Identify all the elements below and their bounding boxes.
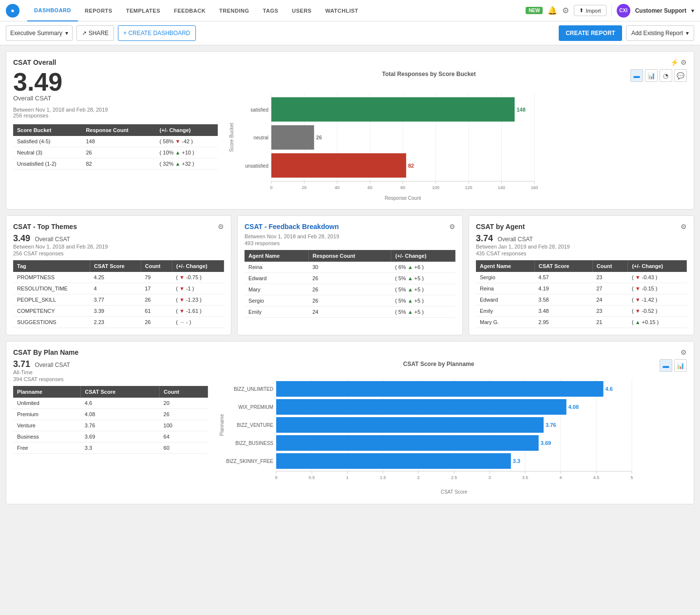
svg-text:148: 148: [517, 107, 526, 113]
share-button[interactable]: ↗ SHARE: [76, 25, 114, 41]
agent-overall-label: Overall CSAT: [497, 236, 532, 243]
csat-overall-header: CSAT Overall ⚡ ⚙: [13, 58, 687, 69]
feedback-table: Agent Name Response Count (+/- Change) R…: [245, 250, 455, 318]
svg-text:Score Bucket: Score Bucket: [229, 123, 234, 152]
themes-overall-val: 3.49: [13, 233, 30, 243]
agent-col-name: Agent Name: [476, 260, 534, 272]
csat-feedback-title[interactable]: CSAT - Feedback Breakdown: [245, 223, 339, 231]
nav-trending[interactable]: TRENDING: [212, 0, 256, 21]
pie-chart-icon[interactable]: ◔: [660, 69, 672, 82]
bell-icon[interactable]: 🔔: [548, 6, 557, 15]
plan-bar-icon[interactable]: ▬: [660, 359, 672, 372]
themes-responses: 256 CSAT responses: [13, 250, 224, 256]
agent-overall-val: 3.74: [476, 233, 493, 243]
csat-agent-header: CSAT by Agent ⚙: [476, 223, 687, 233]
themes-col-change: (+/- Change): [172, 260, 224, 272]
nav-feedback[interactable]: FEEDBACK: [167, 0, 212, 21]
nav-reports[interactable]: REPORTS: [78, 0, 119, 21]
bucket-cell: Neutral (3): [13, 147, 82, 158]
nav-dashboard[interactable]: DASHBOARD: [27, 0, 78, 21]
add-existing-button[interactable]: Add Existing Report ▾: [626, 25, 694, 41]
svg-text:BIZZ_SKINNY_FREE: BIZZ_SKINNY_FREE: [226, 459, 273, 464]
count-cell: 82: [82, 158, 155, 170]
csat-plan-title: CSAT By Plan Name: [13, 348, 78, 356]
table-row: SUGGESTIONS2.2326( → - ): [13, 317, 224, 328]
svg-text:satisfied: satisfied: [250, 107, 268, 113]
count-cell: 148: [82, 136, 155, 147]
svg-text:60: 60: [367, 185, 372, 190]
csat-feedback-header: CSAT - Feedback Breakdown ⚙: [245, 223, 455, 233]
col-change: (+/- Change): [156, 124, 218, 136]
svg-text:3.3: 3.3: [513, 458, 520, 464]
csat-overall-chart: Total Responses by Score Bucket ▬ 📊 ◔ 💬 …: [218, 69, 687, 202]
plan-col-score: CSAT Score: [81, 386, 160, 398]
add-existing-label: Add Existing Report: [631, 30, 683, 37]
svg-text:3.69: 3.69: [541, 440, 551, 446]
settings-icon[interactable]: ⚙: [681, 58, 687, 66]
nav-tags[interactable]: TAGS: [256, 0, 285, 21]
svg-text:0: 0: [270, 185, 272, 190]
table-row: PEOPLE_SKILL3.7726( ▼ -1.23 ): [13, 294, 224, 306]
agent-table: Agent Name CSAT Score Count (+/- Change)…: [476, 260, 687, 328]
plan-col-icon[interactable]: 📊: [674, 359, 687, 372]
svg-text:26: 26: [316, 135, 322, 140]
svg-text:82: 82: [408, 163, 414, 169]
svg-rect-82: [276, 417, 544, 433]
table-row: COMPETENCY3.3961( ▼ -1.61 ): [13, 306, 224, 317]
svg-rect-88: [276, 453, 511, 469]
plan-col-count: Count: [160, 386, 208, 398]
create-report-button[interactable]: CREATE REPORT: [559, 25, 622, 41]
csat-agent-title: CSAT by Agent: [476, 223, 525, 231]
svg-text:80: 80: [400, 185, 405, 190]
import-label: Import: [586, 8, 601, 14]
table-row: PROMPTNESS4.2579( ▼ -0.75 ): [13, 272, 224, 283]
nav-users[interactable]: USERS: [285, 0, 318, 21]
username[interactable]: Customer Support: [635, 7, 686, 14]
table-row: Neutral (3)26( 10% ▲ +10 ): [13, 147, 218, 158]
share-icon: ↗: [82, 30, 87, 37]
agent-settings-icon[interactable]: ⚙: [681, 223, 687, 231]
csat-overall-left: 3.49 Overall CSAT Between Nov 1, 2018 an…: [13, 69, 218, 202]
filter-icon[interactable]: ⚡: [670, 58, 679, 66]
csat-plan-body: 3.71 Overall CSAT All-Time 394 CSAT resp…: [13, 359, 687, 497]
bar-chart-icon[interactable]: ▬: [630, 69, 643, 82]
feedback-col-count: Response Count: [308, 250, 391, 262]
table-row: RESOLUTION_TIME417( ▼ -1 ): [13, 283, 224, 294]
plan-overall-val: 3.71: [13, 359, 30, 369]
plan-chart-title: CSAT Score by Planname: [218, 361, 660, 367]
change-cell: ( 32% ▲ +32 ): [156, 158, 218, 170]
nav-watchlist[interactable]: WATCHLIST: [319, 0, 365, 21]
plan-date: All-Time: [13, 369, 208, 375]
svg-text:2.5: 2.5: [451, 475, 457, 480]
svg-text:0.5: 0.5: [309, 475, 315, 480]
svg-rect-34: [271, 125, 314, 150]
gear-icon[interactable]: ⚙: [562, 6, 569, 15]
csat-overall-icons: ⚡ ⚙: [670, 58, 687, 66]
svg-rect-37: [271, 154, 406, 178]
toolbar-left: Executive Summary ▾ ↗ SHARE + CREATE DAS…: [6, 25, 196, 41]
csat-date-range: Between Nov 1, 2018 and Feb 28, 2019: [13, 107, 218, 113]
svg-text:4.5: 4.5: [593, 475, 600, 480]
plan-settings-icon[interactable]: ⚙: [681, 348, 687, 356]
dashboard-select[interactable]: Executive Summary ▾: [6, 25, 73, 41]
nav-templates[interactable]: TEMPLATES: [119, 0, 167, 21]
logo: ●: [6, 4, 19, 18]
themes-settings-icon[interactable]: ⚙: [218, 223, 224, 231]
svg-text:WIX_PREMIUM: WIX_PREMIUM: [238, 404, 273, 410]
csat-overall-body: 3.49 Overall CSAT Between Nov 1, 2018 an…: [13, 69, 687, 202]
comment-icon[interactable]: 💬: [674, 69, 687, 82]
table-row: Venture3.76100: [13, 420, 208, 431]
feedback-date: Between Nov 1, 2018 and Feb 28, 2019: [245, 233, 455, 239]
nav-divider: [611, 5, 612, 17]
bucket-cell: Satisfied (4-5): [13, 136, 82, 147]
new-badge: NEW: [526, 7, 543, 14]
svg-text:4: 4: [559, 475, 562, 480]
plan-left: 3.71 Overall CSAT All-Time 394 CSAT resp…: [13, 359, 208, 497]
feedback-settings-icon[interactable]: ⚙: [449, 223, 455, 231]
create-dashboard-button[interactable]: + CREATE DASHBOARD: [118, 25, 195, 41]
svg-text:3.76: 3.76: [546, 422, 556, 428]
import-button[interactable]: ⬆ Import: [574, 5, 606, 16]
table-row: Unlimited4.620: [13, 398, 208, 409]
svg-text:3: 3: [488, 475, 491, 480]
column-chart-icon[interactable]: 📊: [645, 69, 658, 82]
